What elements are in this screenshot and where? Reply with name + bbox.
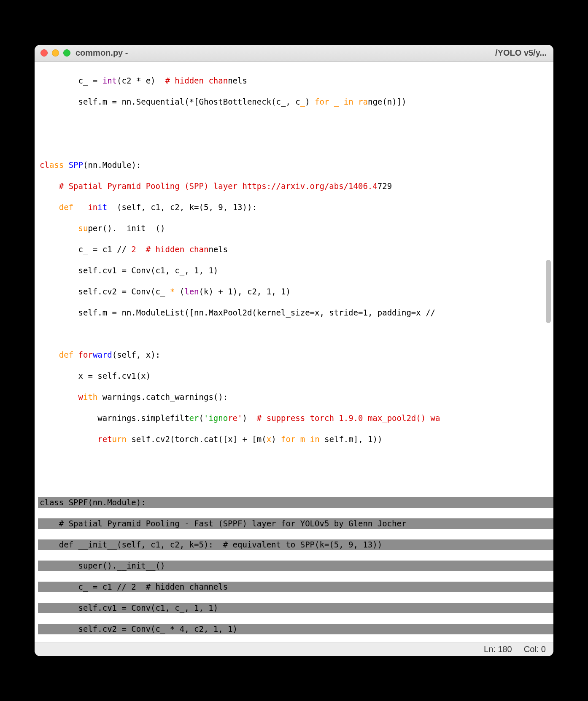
selected-line[interactable]: def __init__(self, c1, c2, k=5): # equiv… <box>38 539 553 550</box>
window-title-left: common.py - <box>76 48 128 58</box>
selected-line[interactable]: # Spatial Pyramid Pooling - Fast (SPPF) … <box>38 518 553 529</box>
editor-window: common.py - /YOLO v5/y... c_ = int(c2 * … <box>35 45 553 656</box>
traffic-lights <box>40 49 70 57</box>
maximize-icon[interactable] <box>63 49 70 57</box>
window-title-right: /YOLO v5/y... <box>495 48 547 58</box>
selected-line[interactable]: class SPPF(nn.Module): <box>38 497 553 508</box>
status-bar: Ln: 180 Col: 0 <box>35 642 553 656</box>
minimize-icon[interactable] <box>52 49 59 57</box>
code-editor[interactable]: c_ = int(c2 * e) # hidden channels self.… <box>35 62 553 642</box>
status-col: Col: 0 <box>524 644 546 654</box>
selected-line[interactable]: self.cv2 = Conv(c_ * 4, c2, 1, 1) <box>38 624 553 634</box>
scrollbar-thumb[interactable] <box>546 260 551 323</box>
selected-line[interactable]: super().__init__() <box>38 561 553 571</box>
selected-line[interactable]: c_ = c1 // 2 # hidden channels <box>38 582 553 592</box>
status-line: Ln: 180 <box>484 644 512 654</box>
editor-area[interactable]: c_ = int(c2 * e) # hidden channels self.… <box>35 62 553 642</box>
selected-line[interactable]: self.cv1 = Conv(c1, c_, 1, 1) <box>38 603 553 613</box>
titlebar[interactable]: common.py - /YOLO v5/y... <box>35 45 553 62</box>
vertical-scrollbar[interactable] <box>545 83 552 621</box>
close-icon[interactable] <box>40 49 48 57</box>
